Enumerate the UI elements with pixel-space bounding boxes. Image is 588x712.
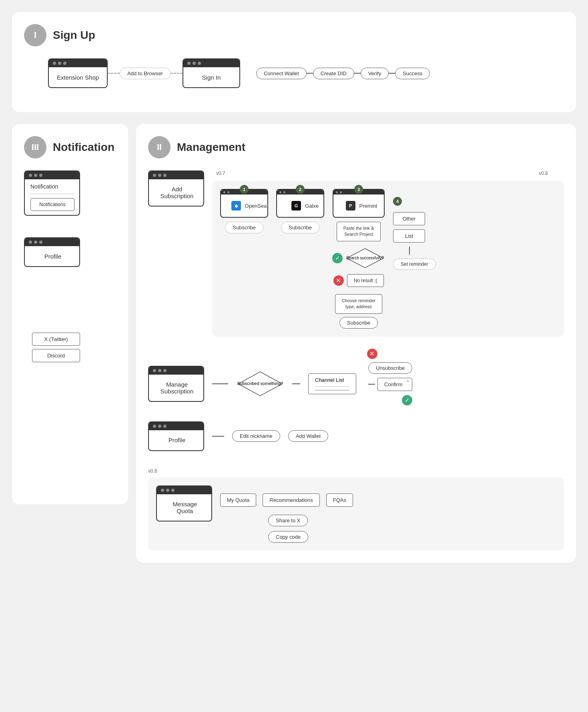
step1-badge: 1 [240, 185, 249, 194]
add-sub-right: v0.7 v0.6 1 [212, 170, 564, 337]
unsub-confirm-group: Unsubscribe Confirm ✕ ✓ [368, 362, 412, 405]
discord-item[interactable]: Discord [32, 349, 80, 362]
x-twitter-item[interactable]: X (Twitter) [32, 333, 80, 346]
add-sub-left: Add Subscription [148, 170, 204, 207]
galxe-col: 2 G Galxe Sub [276, 189, 324, 233]
notification-window-group: Notification Notifications [24, 170, 116, 217]
sign-in-label: Sign In [183, 67, 239, 87]
subscribe-3-pill[interactable]: Subscribe [339, 317, 378, 329]
subscription-subflow: 1 ◈ OpenSea S [212, 181, 564, 337]
profile-window-group: Profile [24, 237, 116, 269]
manage-subscription-flow: Manage Subscription Subscribed something… [148, 362, 564, 405]
notifications-item[interactable]: Notifications [30, 198, 74, 211]
v08-label: v0.8 [148, 468, 157, 474]
message-quota-label: Message Quota [157, 494, 212, 521]
management-section: II Management Add Subscription [136, 124, 576, 563]
notification-browser-window: Notification Notifications [24, 170, 80, 216]
confirm-box[interactable]: Confirm ✕ [377, 378, 413, 391]
step2-badge: 2 [296, 185, 305, 194]
list-box[interactable]: List [393, 229, 425, 243]
signup-badge: I [24, 24, 46, 46]
management-badge: II [148, 136, 171, 158]
notification-section: III Notification Notification Notificati… [12, 124, 128, 504]
opensea-icon: ◈ [231, 201, 241, 211]
other-col: 4 Other List Set reminder [393, 197, 436, 270]
notification-badge: III [24, 136, 46, 158]
message-quota-window: Message Quota [156, 485, 212, 521]
channel-list-box: Channel List [308, 373, 356, 394]
unsubscribe-pill[interactable]: Unsubscribe [368, 362, 412, 374]
step3-badge: 3 [354, 185, 363, 194]
create-did-pill[interactable]: Create DID [313, 68, 354, 79]
premint-col: 3 P Premint [332, 189, 385, 329]
bottom-sections: III Notification Notification Notificati… [12, 124, 576, 575]
signup-section: I Sign Up Extension Shop Add to Browser [12, 12, 576, 112]
search-success-label: Search successfully? [346, 255, 384, 261]
channel-list-label: Channel List [315, 377, 349, 383]
verify-pill[interactable]: Verify [361, 68, 389, 79]
profile-flow: Profile Edit nickname Add Wallet [148, 421, 564, 451]
success-pill[interactable]: Success [395, 68, 430, 79]
choose-reminder-label: Choose reminder type, address [342, 298, 375, 310]
galxe-icon: G [291, 201, 301, 211]
sign-in-window: Sign In [183, 58, 240, 88]
manage-sub-window: Manage Subscription [148, 366, 204, 402]
extension-shop-label: Extension Shop [49, 67, 107, 87]
extension-shop-window: Extension Shop [48, 58, 108, 88]
notification-title: Notification [53, 141, 114, 154]
add-sub-window: Add Subscription [148, 170, 204, 207]
subscribe-1-pill[interactable]: Subscribe [225, 222, 263, 233]
profile-mgmt-window: Profile [148, 421, 204, 451]
add-wallet-pill[interactable]: Add Wallet [288, 430, 328, 442]
profile-mgmt-label: Profile [149, 430, 204, 450]
galxe-label: Galxe [305, 203, 319, 209]
page-wrapper: I Sign Up Extension Shop Add to Browser [12, 12, 576, 575]
paste-link-box[interactable]: Paste the link & Search Project [337, 222, 381, 241]
copy-code-pill[interactable]: Copy code [268, 531, 308, 543]
step4-badge: 4 [393, 197, 402, 206]
edit-nickname-pill[interactable]: Edit nickname [232, 430, 280, 442]
fqas-box[interactable]: FQAs [326, 493, 353, 507]
recommendations-box[interactable]: Recommendations [263, 493, 319, 507]
other-box[interactable]: Other [393, 212, 425, 225]
opensea-label: OpenSea [245, 203, 267, 209]
notification-window-label: Notification [30, 183, 58, 190]
expand-group: X (Twitter) Discord [24, 333, 116, 362]
signup-title: Sign Up [53, 29, 95, 42]
profile-label: Profile [25, 246, 80, 266]
add-subscription-flow: Add Subscription v0.7 v0.6 [148, 170, 564, 337]
search-fail-icon: ✕ [333, 275, 344, 286]
choose-reminder-box[interactable]: Choose reminder type, address [335, 294, 382, 314]
paste-link-label: Paste the link & Search Project [343, 225, 374, 238]
v07-label: v0.7 [216, 170, 225, 176]
my-quota-box[interactable]: My Quota [220, 493, 256, 507]
premint-label: Premint [359, 203, 377, 209]
connector-line-1 [212, 383, 228, 384]
cross-between: ✕ [180, 349, 564, 359]
add-to-browser-pill[interactable]: Add to Browser [120, 68, 171, 79]
connect-wallet-pill[interactable]: Connect Wallet [256, 68, 307, 79]
confirm-check-icon: ✓ [402, 395, 412, 405]
subscribed-diamond: Subscribed something? [236, 370, 284, 398]
subscribed-label: Subscribed something? [237, 381, 283, 386]
share-to-x-pill[interactable]: Share to X [268, 515, 308, 526]
subscribed-fail-icon: ✕ [367, 349, 377, 359]
search-check-icon: ✓ [332, 253, 343, 263]
confirm-label: Confirm [384, 381, 403, 387]
profile-browser-window: Profile [24, 237, 80, 267]
premint-icon: P [346, 201, 355, 211]
subscribe-2-pill[interactable]: Subscribe [281, 222, 319, 233]
v06-label: v0.6 [539, 170, 548, 176]
opensea-col: 1 ◈ OpenSea S [220, 189, 268, 233]
message-quota-flow: Message Quota My Quota Recommendations F… [148, 477, 564, 551]
search-diamond: Search successfully? [345, 247, 385, 269]
no-result-box: No result :( [347, 274, 384, 287]
manage-sub-label: Manage Subscription [149, 375, 204, 401]
notification-flow: Notification Notifications Profile [24, 170, 116, 366]
management-title: Management [177, 141, 245, 154]
add-sub-label: Add Subscription [149, 179, 204, 206]
set-reminder-pill[interactable]: Set reminder [393, 259, 436, 270]
quota-right: My Quota Recommendations FQAs Share to X… [220, 485, 353, 543]
